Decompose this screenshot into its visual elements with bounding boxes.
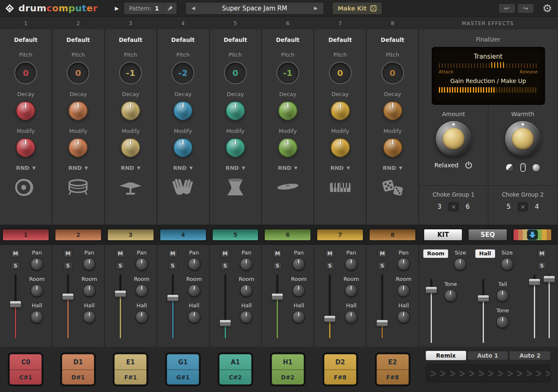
pان-knob[interactable] xyxy=(136,258,148,270)
ride-cymbal-icon[interactable] xyxy=(276,175,300,200)
tab-seq[interactable]: SEQ xyxy=(468,228,507,241)
hihat-cymbal-icon[interactable] xyxy=(118,175,143,200)
room-send-knob[interactable] xyxy=(31,284,43,297)
choke-2-channel-b[interactable]: 4 xyxy=(535,203,539,210)
randomize-control[interactable]: RND▼ xyxy=(330,165,349,171)
ball-icon[interactable] xyxy=(532,164,540,172)
pان-knob[interactable] xyxy=(240,258,253,270)
fader-thumb[interactable] xyxy=(220,320,231,326)
djembe-icon[interactable] xyxy=(223,175,248,200)
mute-button[interactable]: M xyxy=(378,249,387,257)
note-pad[interactable]: H1 D#2 xyxy=(271,353,305,386)
pان-knob[interactable] xyxy=(31,258,43,270)
room-send-knob[interactable] xyxy=(292,284,305,297)
room-send-knob[interactable] xyxy=(188,284,201,297)
fader-thumb[interactable] xyxy=(426,287,437,293)
hall-send-knob[interactable] xyxy=(345,311,357,323)
hall-send-knob[interactable] xyxy=(240,311,253,323)
pin-button[interactable] xyxy=(163,3,177,14)
fader-thumb[interactable] xyxy=(544,276,555,282)
tab-kit[interactable]: KIT xyxy=(423,228,463,241)
keyboard-icon[interactable] xyxy=(328,175,352,200)
hall-tail-knob[interactable] xyxy=(496,289,509,302)
choke-1-channel-b[interactable]: 6 xyxy=(466,203,470,210)
hall-tab[interactable]: Hall xyxy=(475,249,495,258)
tube-icon[interactable] xyxy=(520,163,526,172)
hall-tone-knob[interactable] xyxy=(496,316,509,328)
solo-button[interactable]: S xyxy=(11,262,20,270)
volume-fader[interactable] xyxy=(324,275,335,338)
play-button[interactable]: ▶ xyxy=(110,3,124,14)
solo-button[interactable]: S xyxy=(273,262,282,270)
fader-thumb[interactable] xyxy=(63,294,73,300)
remix-button[interactable]: Remix xyxy=(426,351,466,360)
hall-send-knob[interactable] xyxy=(292,311,305,323)
room-send-knob[interactable] xyxy=(240,284,253,297)
note-pad[interactable]: E2 F#8 xyxy=(375,353,410,386)
decay-knob[interactable] xyxy=(121,101,140,120)
hall-send-knob[interactable] xyxy=(397,311,410,323)
yin-yang-icon[interactable] xyxy=(506,164,514,172)
dice-icon[interactable] xyxy=(381,175,405,200)
volume-fader[interactable] xyxy=(167,275,178,338)
mode-label[interactable]: Relaxed xyxy=(434,162,459,169)
room-size-knob[interactable] xyxy=(454,258,467,270)
mute-button[interactable]: M xyxy=(116,249,125,257)
make-kit-button[interactable]: Make Kit xyxy=(332,2,382,15)
gain-meter[interactable] xyxy=(439,87,538,93)
hall-send-knob[interactable] xyxy=(83,311,96,323)
volume-fader[interactable] xyxy=(220,275,231,338)
mute-button[interactable]: M xyxy=(11,249,20,257)
randomize-control[interactable]: RND▼ xyxy=(121,165,140,171)
volume-fader[interactable] xyxy=(272,275,283,338)
modify-knob[interactable] xyxy=(226,138,245,157)
note-pad[interactable]: G1 G#1 xyxy=(166,353,200,386)
solo-button[interactable]: S xyxy=(325,262,334,270)
randomize-control[interactable]: RND▼ xyxy=(68,165,88,171)
randomize-control[interactable]: RND▼ xyxy=(173,165,193,171)
room-tone-knob[interactable] xyxy=(444,289,457,302)
channel-preset-name[interactable]: Default xyxy=(381,36,404,43)
choke-1-channel-a[interactable]: 3 xyxy=(437,203,441,210)
decay-knob[interactable] xyxy=(173,101,193,120)
decay-knob[interactable] xyxy=(383,101,402,120)
amount-knob[interactable] xyxy=(436,121,471,156)
settings-gear-icon[interactable]: ⚙ xyxy=(542,3,552,14)
pattern-value[interactable]: 1 xyxy=(155,5,159,12)
hall-send-knob[interactable] xyxy=(31,311,43,323)
preset-prev-button[interactable]: ◀ xyxy=(186,5,201,11)
drum-pad[interactable]: 7 xyxy=(316,228,364,241)
fader-thumb[interactable] xyxy=(167,295,178,301)
channel-preset-name[interactable]: Default xyxy=(119,36,142,43)
undo-button[interactable]: ↩ xyxy=(498,3,515,13)
pان-knob[interactable] xyxy=(83,258,96,270)
room-send-knob[interactable] xyxy=(345,284,357,297)
power-icon[interactable] xyxy=(464,161,473,169)
solo-button[interactable]: S xyxy=(116,262,125,270)
pان-knob[interactable] xyxy=(292,258,305,270)
pان-knob[interactable] xyxy=(345,258,357,270)
redo-button[interactable]: ↪ xyxy=(517,3,534,13)
auto2-button[interactable]: Auto 2 xyxy=(509,351,550,360)
fader-thumb[interactable] xyxy=(10,301,21,308)
channel-preset-name[interactable]: Default xyxy=(14,36,37,43)
channel-preset-name[interactable]: Default xyxy=(276,36,300,43)
hall-send-knob[interactable] xyxy=(188,311,201,323)
solo-button[interactable]: S xyxy=(221,262,230,270)
volume-fader[interactable] xyxy=(10,275,21,338)
channel-preset-name[interactable]: Default xyxy=(329,36,352,43)
modify-knob[interactable] xyxy=(173,138,193,157)
drum-pad[interactable]: 6 xyxy=(264,228,311,241)
note-pad[interactable]: D2 F#8 xyxy=(323,353,357,386)
mute-button[interactable]: M xyxy=(168,249,177,257)
solo-button[interactable]: S xyxy=(168,262,177,270)
randomize-control[interactable]: RND▼ xyxy=(16,165,35,171)
decay-knob[interactable] xyxy=(16,101,35,120)
solo-button[interactable]: S xyxy=(378,262,387,270)
kick-drum-icon[interactable] xyxy=(13,175,38,200)
fader-thumb[interactable] xyxy=(529,279,540,286)
hall-size-knob[interactable] xyxy=(501,258,514,270)
solo-button[interactable]: S xyxy=(63,262,73,270)
note-pad[interactable]: D1 D#1 xyxy=(61,353,95,386)
volume-fader[interactable] xyxy=(377,275,388,338)
